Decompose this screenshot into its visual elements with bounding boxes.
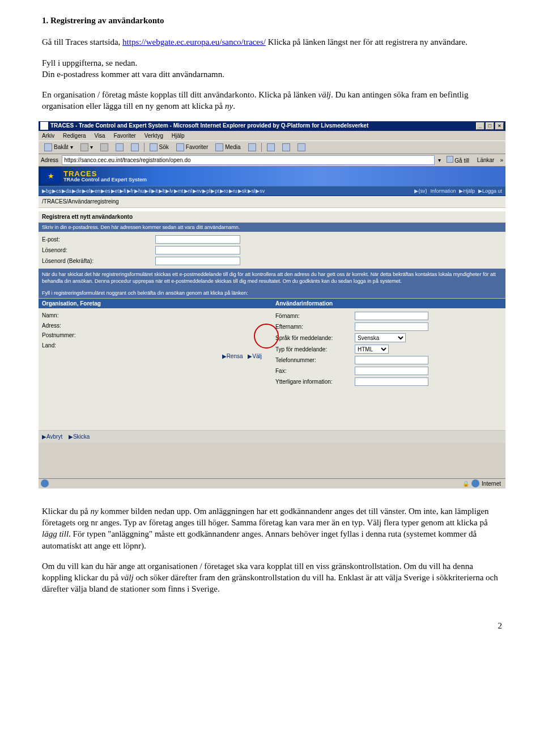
ie-titlebar: TRACES - Trade Control and Expert System… xyxy=(39,121,505,131)
credentials-form: E-post: Lösenord: Lösenord (Bekräfta): xyxy=(39,232,505,269)
lang-link[interactable]: ▶et xyxy=(111,188,120,194)
italic-ny: ny xyxy=(90,507,98,516)
italic-ny: ny xyxy=(225,101,233,111)
lang-link[interactable]: ▶lt xyxy=(159,188,165,194)
menu-verktyg[interactable]: Verktyg xyxy=(144,133,163,139)
home-button[interactable] xyxy=(129,143,141,152)
minimize-button[interactable]: _ xyxy=(476,122,484,130)
lang-link[interactable]: ▶bg xyxy=(42,188,52,194)
sprak-select[interactable]: Svenska xyxy=(355,333,406,342)
skicka-link[interactable]: ▶Skicka xyxy=(69,434,90,440)
traces-link[interactable]: https://webgate.ec.europa.eu/sanco/trace… xyxy=(122,37,266,46)
text: kommer bilden nedan upp. Om anläggningen… xyxy=(42,507,489,527)
lang-link[interactable]: ▶mt xyxy=(174,188,184,194)
mail-button[interactable] xyxy=(265,143,277,152)
print-button[interactable] xyxy=(280,143,292,152)
password-input[interactable] xyxy=(155,246,240,254)
adress-label: Adress: xyxy=(42,322,121,330)
lang-link[interactable]: ▶ro xyxy=(220,188,228,194)
telefon-input[interactable] xyxy=(355,356,428,364)
info-text-1: När du har skickat det här registrerings… xyxy=(39,269,505,287)
back-button[interactable]: Bakåt ▾ xyxy=(42,143,75,152)
refresh-button[interactable] xyxy=(113,143,126,152)
lang-link[interactable]: ▶sl xyxy=(248,188,256,194)
edit-button[interactable] xyxy=(295,143,308,152)
menu-visa[interactable]: Visa xyxy=(94,133,105,139)
lang-link[interactable]: ▶pt xyxy=(211,188,219,194)
lang-link[interactable]: ▶ru xyxy=(229,188,237,194)
ie-toolbar: Bakåt ▾ ▾ Sök Favoriter Media xyxy=(39,141,505,154)
lang-link[interactable]: ▶da xyxy=(62,188,71,194)
lang-link[interactable]: ▶el xyxy=(82,188,90,194)
lang-current[interactable]: ▶(sv) xyxy=(414,188,427,194)
avbryt-link[interactable]: ▶Avbryt xyxy=(42,434,62,440)
efternamn-input[interactable] xyxy=(355,322,428,331)
favorites-button[interactable]: Favoriter xyxy=(174,143,210,152)
bottom-actions: ▶Avbryt ▶Skicka xyxy=(39,430,505,443)
lang-link[interactable]: ▶sv xyxy=(256,188,265,194)
history-button[interactable] xyxy=(246,143,258,152)
traces-logo: TRACES TRAde Control and Expert System xyxy=(63,170,147,182)
fax-label: Fax: xyxy=(275,367,355,375)
info-text-2: Fyll i registreringsformuläret noggrant … xyxy=(39,288,505,298)
panel-title: Registrera ett nytt användarkonto xyxy=(39,211,505,223)
lang-link[interactable]: ▶lv xyxy=(165,188,173,194)
maximize-button[interactable]: □ xyxy=(486,122,494,130)
links-button[interactable]: Länkar xyxy=(475,156,497,164)
forward-button[interactable]: ▾ xyxy=(78,143,95,152)
text: Klickar du på xyxy=(42,507,90,516)
close-button[interactable]: × xyxy=(495,122,504,130)
panel-subtitle: Skriv in din e-postadress. Den här adres… xyxy=(39,223,505,232)
ie-menubar: Arkiv Redigera Visa Favoriter Verktyg Hj… xyxy=(39,131,505,141)
password-confirm-input[interactable] xyxy=(155,257,240,265)
eu-flag-icon: ★ xyxy=(41,169,61,184)
typ-select[interactable]: HTML xyxy=(355,345,389,354)
lang-link[interactable]: ▶nv xyxy=(193,188,202,194)
organisation-panel: Organisation, Foretag Namn: Adress: Post… xyxy=(39,299,272,390)
valj-link[interactable]: ▶Välj xyxy=(248,353,262,359)
screenshot-ie-window: TRACES - Trade Control and Expert System… xyxy=(39,121,505,489)
nav-logout[interactable]: ▶Logga ut xyxy=(478,188,502,194)
italic-lagg-till: lägg till xyxy=(42,529,69,538)
menu-redigera[interactable]: Redigera xyxy=(63,133,86,139)
go-button[interactable]: Gå till xyxy=(444,156,471,165)
lang-link[interactable]: ▶hu xyxy=(134,188,144,194)
nav-help[interactable]: ▶Hjälp xyxy=(459,188,475,194)
lang-link[interactable]: ▶de xyxy=(72,188,82,194)
user-info-panel: Användarinformation Förnamn: Efternamn: … xyxy=(272,299,505,390)
lang-link[interactable]: ▶es xyxy=(101,188,110,194)
menu-favoriter[interactable]: Favoriter xyxy=(113,133,135,139)
lang-link[interactable]: ▶en xyxy=(91,188,100,194)
lang-link[interactable]: ▶sk xyxy=(238,188,247,194)
lang-link[interactable]: ▶cs xyxy=(52,188,61,194)
fax-input[interactable] xyxy=(355,367,428,375)
ie-statusbar: 🔒 Internet xyxy=(39,478,505,489)
email-input[interactable] xyxy=(155,235,240,244)
lang-link[interactable]: ▶fi xyxy=(120,188,126,194)
efternamn-label: Efternamn: xyxy=(275,323,355,331)
address-input[interactable] xyxy=(62,155,434,165)
text: Din e-postadress kommer att vara ditt an… xyxy=(42,70,224,79)
search-button[interactable]: Sök xyxy=(147,143,171,152)
stop-button[interactable] xyxy=(98,143,110,152)
password-confirm-label: Lösenord (Bekräfta): xyxy=(42,257,155,265)
menu-arkiv[interactable]: Arkiv xyxy=(42,133,54,139)
paragraph-1: Gå till Traces startsida, https://webgat… xyxy=(42,36,502,48)
fornamn-input[interactable] xyxy=(355,312,428,320)
lang-link[interactable]: ▶nl xyxy=(184,188,192,194)
menu-hjalp[interactable]: Hjälp xyxy=(172,133,185,139)
lang-link[interactable]: ▶it xyxy=(151,188,158,194)
lang-link[interactable]: ▶pl xyxy=(202,188,210,194)
media-button[interactable]: Media xyxy=(213,143,243,152)
text: . xyxy=(233,101,235,111)
lock-icon: 🔒 xyxy=(462,480,469,487)
language-bar: ▶bg ▶cs ▶da ▶de ▶el ▶en ▶es ▶et ▶fi ▶fr … xyxy=(39,186,505,196)
dropdown-icon[interactable]: ▾ xyxy=(438,156,441,164)
nav-information[interactable]: Information xyxy=(430,188,456,194)
ytterligare-input[interactable] xyxy=(355,377,428,386)
window-title: TRACES - Trade Control and Expert System… xyxy=(50,122,368,130)
text: . För typen "anläggning" måste ett godkä… xyxy=(42,529,477,550)
lang-link[interactable]: ▶il xyxy=(144,188,151,194)
lang-link[interactable]: ▶fr xyxy=(127,188,134,194)
rensa-link[interactable]: ▶Rensa xyxy=(222,353,243,359)
